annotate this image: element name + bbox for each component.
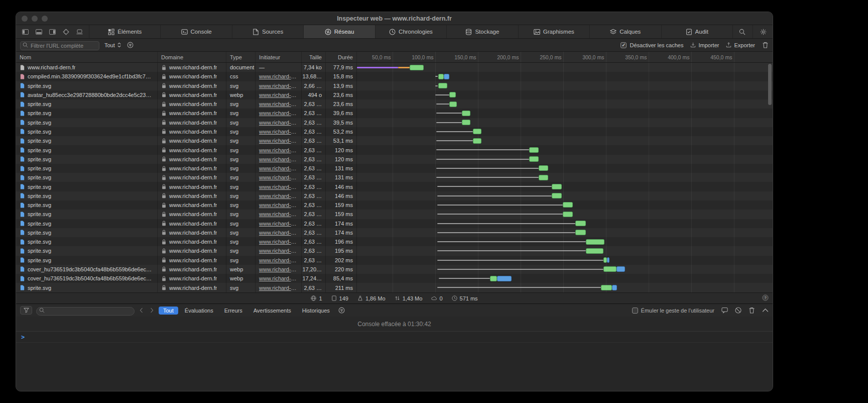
waterfall-cell[interactable] <box>357 136 773 145</box>
network-request-row[interactable]: cover_hu736519dc3b5040cfa48b6b559b6de6ec… <box>16 274 773 283</box>
initiator-link[interactable]: www.richard-d… <box>259 193 298 199</box>
waterfall-cell[interactable] <box>357 118 773 127</box>
zoom-window-button[interactable] <box>42 16 48 22</box>
waterfall-cell[interactable] <box>357 109 773 118</box>
network-request-row[interactable]: sprite.svg www.richard-dern.fr svg www.r… <box>16 246 773 255</box>
network-request-row[interactable]: sprite.svg www.richard-dern.fr svg www.r… <box>16 99 773 109</box>
waterfall-cell[interactable] <box>357 219 773 228</box>
initiator-link[interactable]: www.richard-d… <box>259 156 298 162</box>
initiator-link[interactable]: www.richard-d… <box>259 230 298 236</box>
network-request-row[interactable]: sprite.svg www.richard-dern.fr svg www.r… <box>16 81 773 90</box>
initiator-link[interactable]: www.richard-d… <box>259 83 298 89</box>
filter-options-icon[interactable] <box>127 42 134 48</box>
initiator-link[interactable]: www.richard-d… <box>259 110 298 116</box>
console-scope-tout[interactable]: Tout <box>159 307 178 315</box>
initiator-link[interactable]: www.richard-d… <box>259 73 298 79</box>
console-scope-évaluations[interactable]: Évaluations <box>180 307 218 315</box>
network-request-row[interactable]: sprite.svg www.richard-dern.fr svg www.r… <box>16 127 773 136</box>
column-header-type[interactable]: Type <box>226 52 256 62</box>
initiator-link[interactable]: www.richard-d… <box>259 101 298 107</box>
tab-network[interactable]: Réseau <box>303 25 375 38</box>
waterfall-cell[interactable] <box>357 283 773 292</box>
console-search-field[interactable] <box>36 306 135 315</box>
console-scope-erreurs[interactable]: Erreurs <box>220 307 247 315</box>
waterfall-cell[interactable] <box>357 99 773 109</box>
initiator-link[interactable]: www.richard-d… <box>259 138 298 144</box>
waterfall-cell[interactable] <box>357 155 773 164</box>
initiator-link[interactable]: www.richard-d… <box>259 275 298 281</box>
close-window-button[interactable] <box>22 16 28 22</box>
initiator-link[interactable]: www.richard-d… <box>259 211 298 217</box>
column-header-durée[interactable]: Durée <box>326 52 357 62</box>
console-scope-avertissements[interactable]: Avertissements <box>249 307 296 315</box>
clear-network-trash-icon[interactable] <box>762 42 769 48</box>
initiator-link[interactable]: www.richard-d… <box>259 129 298 135</box>
waterfall-cell[interactable] <box>357 127 773 136</box>
initiator-link[interactable]: www.richard-d… <box>259 165 298 171</box>
waterfall-cell[interactable] <box>357 72 773 81</box>
waterfall-cell[interactable] <box>357 81 773 90</box>
waterfall-cell[interactable] <box>357 164 773 173</box>
network-request-row[interactable]: sprite.svg www.richard-dern.fr svg www.r… <box>16 155 773 164</box>
waterfall-cell[interactable] <box>357 210 773 219</box>
column-header-taille[interactable]: Taille <box>302 52 326 62</box>
initiator-link[interactable]: www.richard-d… <box>259 120 298 126</box>
element-picker-icon[interactable] <box>63 29 69 35</box>
console-input-row[interactable]: > <box>16 332 773 343</box>
tab-audit[interactable]: Audit <box>661 25 732 38</box>
initiator-link[interactable]: www.richard-d… <box>259 239 298 245</box>
tab-console[interactable]: Console <box>160 25 231 38</box>
network-request-row[interactable]: sprite.svg www.richard-dern.fr svg www.r… <box>16 219 773 228</box>
column-header-initiateur[interactable]: Initiateur <box>256 52 302 62</box>
url-filter-field[interactable] <box>20 41 99 50</box>
search-icon[interactable] <box>739 29 746 35</box>
network-request-row[interactable]: sprite.svg www.richard-dern.fr svg www.r… <box>16 109 773 118</box>
initiator-link[interactable]: www.richard-d… <box>259 184 298 190</box>
settings-gear-icon[interactable] <box>760 29 767 35</box>
waterfall-cell[interactable] <box>357 63 773 72</box>
network-request-row[interactable]: sprite.svg www.richard-dern.fr svg www.r… <box>16 200 773 210</box>
tab-timelines[interactable]: Chronologies <box>375 25 446 38</box>
tab-elements[interactable]: Éléments <box>89 25 160 38</box>
waterfall-cell[interactable] <box>357 191 773 200</box>
tab-layers[interactable]: Calques <box>589 25 661 38</box>
console-drawer-icon[interactable] <box>721 307 728 314</box>
waterfall-cell[interactable] <box>357 256 773 265</box>
column-header-domaine[interactable]: Domaine <box>158 52 226 62</box>
emulate-gesture-checkbox[interactable]: Émuler le geste de l'utilisateur <box>632 308 714 314</box>
initiator-link[interactable]: www.richard-d… <box>259 174 298 180</box>
waterfall-cell[interactable] <box>357 265 773 274</box>
dock-left-icon[interactable] <box>22 29 29 35</box>
console-search-input[interactable] <box>36 307 135 316</box>
console-scope-historiques[interactable]: Historiques <box>298 307 334 315</box>
network-request-row[interactable]: sprite.svg www.richard-dern.fr svg www.r… <box>16 228 773 237</box>
network-request-row[interactable]: compiled.min.38390909f303624ed9e1cf1bd3f… <box>16 72 773 81</box>
url-filter-input[interactable] <box>20 41 99 50</box>
initiator-link[interactable]: www.richard-d… <box>259 266 298 272</box>
tab-storage[interactable]: Stockage <box>446 25 518 38</box>
tab-graphics[interactable]: Graphismes <box>518 25 589 38</box>
tab-sources[interactable]: Sources <box>232 25 303 38</box>
network-request-row[interactable]: sprite.svg www.richard-dern.fr svg www.r… <box>16 182 773 191</box>
network-request-row[interactable]: sprite.svg www.richard-dern.fr svg www.r… <box>16 237 773 246</box>
network-request-row[interactable]: sprite.svg www.richard-dern.fr svg www.r… <box>16 210 773 219</box>
scope-options-icon[interactable] <box>338 307 345 314</box>
network-request-row[interactable]: cover_hu736519dc3b5040cfa48b6b559b6de6ec… <box>16 265 773 274</box>
type-filter-dropdown[interactable]: Tout <box>104 42 122 48</box>
help-icon[interactable]: ? <box>762 294 769 301</box>
waterfall-cell[interactable] <box>357 237 773 246</box>
dock-right-icon[interactable] <box>49 29 56 35</box>
initiator-link[interactable]: www.richard-d… <box>259 285 298 291</box>
network-request-row[interactable]: sprite.svg www.richard-dern.fr svg www.r… <box>16 256 773 265</box>
network-request-row[interactable]: sprite.svg www.richard-dern.fr svg www.r… <box>16 118 773 127</box>
network-request-row[interactable]: avatar_hu85ecc3e298728880b0bde2dcc4e5c23… <box>16 90 773 99</box>
vertical-scrollbar-thumb[interactable] <box>768 64 772 105</box>
console-trash-icon[interactable] <box>749 307 755 314</box>
initiator-link[interactable]: www.richard-d… <box>259 248 298 254</box>
network-request-row[interactable]: sprite.svg www.richard-dern.fr svg www.r… <box>16 136 773 145</box>
waterfall-cell[interactable] <box>357 246 773 255</box>
network-request-row[interactable]: sprite.svg www.richard-dern.fr svg www.r… <box>16 191 773 200</box>
forward-icon[interactable] <box>149 308 155 313</box>
waterfall-cell[interactable] <box>357 182 773 191</box>
disable-caches-checkbox[interactable]: Désactiver les caches <box>621 42 683 48</box>
